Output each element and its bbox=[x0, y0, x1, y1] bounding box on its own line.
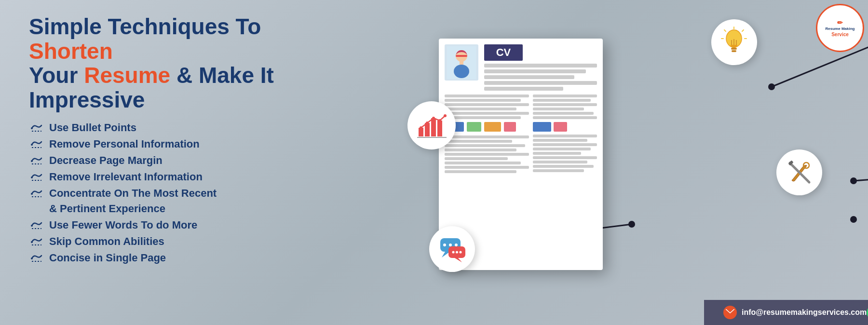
svg-point-7 bbox=[31, 176, 33, 178]
tip-icon-6 bbox=[29, 219, 44, 232]
left-panel: Simple Techniques To Shorten Your Resume… bbox=[0, 0, 352, 325]
svg-point-3 bbox=[31, 144, 33, 146]
svg-point-48 bbox=[438, 119, 441, 122]
svg-point-32 bbox=[850, 177, 857, 184]
logo-badge: ✏ Resume Making Service bbox=[816, 4, 864, 52]
tip-item-7: Skip Common Abilities bbox=[29, 234, 333, 249]
email-text: info@resumemakingservices.com bbox=[742, 308, 867, 317]
title-block: Simple Techniques To Shorten Your Resume… bbox=[29, 14, 333, 112]
svg-point-45 bbox=[420, 126, 422, 129]
svg-rect-18 bbox=[732, 50, 736, 52]
cv-color-blocks bbox=[445, 122, 529, 132]
chart-circle bbox=[407, 101, 456, 149]
tip-text-3: Decrease Page Margin bbox=[49, 153, 333, 168]
cv-title-area: CV bbox=[484, 44, 597, 91]
tip-text-6: Use Fewer Words To do More bbox=[49, 218, 333, 232]
cv-line-2 bbox=[484, 69, 586, 73]
cv-label: CV bbox=[484, 44, 523, 61]
email-icon bbox=[723, 306, 737, 319]
tips-list: Use Bullet Points Remove Personal Inform… bbox=[29, 121, 333, 267]
cv-header: CV bbox=[445, 44, 597, 91]
cv-color-block-green bbox=[467, 122, 481, 132]
tip-icon-5 bbox=[29, 187, 44, 201]
svg-point-1 bbox=[31, 127, 33, 129]
svg-marker-60 bbox=[455, 258, 462, 262]
tip-icon-3 bbox=[29, 154, 44, 168]
svg-rect-17 bbox=[731, 48, 737, 50]
svg-point-9 bbox=[31, 193, 33, 195]
svg-line-21 bbox=[742, 30, 744, 31]
bottom-bar: info@resumemakingservices.com +614800021… bbox=[704, 300, 868, 325]
cv-avatar bbox=[445, 44, 478, 81]
tip-item-3: Decrease Page Margin bbox=[29, 153, 333, 168]
svg-point-39 bbox=[454, 65, 469, 78]
svg-rect-40 bbox=[460, 61, 463, 65]
tip-text-1: Use Bullet Points bbox=[49, 121, 333, 135]
right-panel: CV bbox=[352, 0, 868, 325]
title-static-2: Your bbox=[29, 63, 84, 88]
title-line1: Simple Techniques To Shorten bbox=[29, 14, 333, 63]
svg-line-27 bbox=[772, 42, 868, 87]
svg-point-28 bbox=[768, 83, 775, 90]
cv-line-3 bbox=[484, 75, 574, 79]
tip-item-8: Concise in Single Page bbox=[29, 251, 333, 265]
svg-rect-44 bbox=[437, 121, 442, 136]
tip-icon-2 bbox=[29, 138, 44, 151]
tip-text-4: Remove Irrelevant Information bbox=[49, 170, 333, 184]
tip-item-4: Remove Irrelevant Information bbox=[29, 170, 333, 184]
svg-point-5 bbox=[31, 160, 33, 162]
cv-line-5 bbox=[484, 87, 563, 91]
svg-point-11 bbox=[31, 225, 33, 227]
svg-line-20 bbox=[724, 30, 726, 31]
tip-item-5: Concentrate On The Most Recent bbox=[29, 186, 333, 201]
svg-point-63 bbox=[459, 251, 461, 254]
svg-rect-43 bbox=[431, 118, 436, 136]
title-static-1: Simple Techniques To bbox=[29, 14, 261, 39]
svg-point-58 bbox=[455, 244, 458, 246]
tip-text-7: Skip Common Abilities bbox=[49, 234, 333, 249]
svg-point-62 bbox=[456, 251, 458, 254]
tools-circle bbox=[776, 149, 822, 195]
title-highlight-2: Resume bbox=[84, 63, 170, 88]
cv-line-4 bbox=[484, 81, 597, 85]
svg-point-34 bbox=[628, 221, 635, 228]
contact-email-item: info@resumemakingservices.com bbox=[723, 306, 867, 319]
tip-icon-8 bbox=[29, 252, 44, 265]
tip-icon-1 bbox=[29, 122, 44, 135]
bulb-circle bbox=[711, 19, 757, 65]
cv-color-block-pink bbox=[504, 122, 516, 132]
svg-point-61 bbox=[452, 251, 454, 254]
svg-point-47 bbox=[432, 117, 435, 120]
svg-point-49 bbox=[444, 114, 447, 117]
tip-sub-5: & Pertinent Experience bbox=[29, 202, 333, 216]
cv-line-1 bbox=[484, 64, 597, 68]
svg-point-35 bbox=[850, 216, 857, 223]
svg-line-31 bbox=[854, 172, 868, 181]
svg-point-13 bbox=[31, 241, 33, 243]
svg-point-46 bbox=[426, 122, 429, 124]
svg-rect-38 bbox=[456, 55, 467, 57]
tip-item-2: Remove Personal Information bbox=[29, 137, 333, 151]
svg-point-15 bbox=[31, 257, 33, 259]
title-line2: Your Resume & Make It Impressive bbox=[29, 63, 333, 112]
tip-icon-7 bbox=[29, 235, 44, 249]
logo-pen-icon: ✏ bbox=[837, 19, 843, 27]
svg-point-56 bbox=[443, 244, 446, 246]
main-container: Simple Techniques To Shorten Your Resume… bbox=[0, 0, 868, 325]
tip-text-2: Remove Personal Information bbox=[49, 137, 333, 151]
cv-color-block-orange bbox=[484, 122, 501, 132]
chat-circle bbox=[429, 226, 475, 272]
tip-icon-4 bbox=[29, 171, 44, 184]
logo-text-service: Service bbox=[831, 32, 849, 37]
tip-item-6: Use Fewer Words To do More bbox=[29, 218, 333, 232]
logo-text-resume: Resume Making bbox=[826, 27, 855, 31]
tip-text-8: Concise in Single Page bbox=[49, 251, 333, 265]
svg-point-57 bbox=[449, 244, 452, 246]
tip-item-1: Use Bullet Points bbox=[29, 121, 333, 135]
title-highlight-1: Shorten bbox=[29, 39, 113, 64]
tip-text-5: Concentrate On The Most Recent bbox=[49, 186, 333, 201]
